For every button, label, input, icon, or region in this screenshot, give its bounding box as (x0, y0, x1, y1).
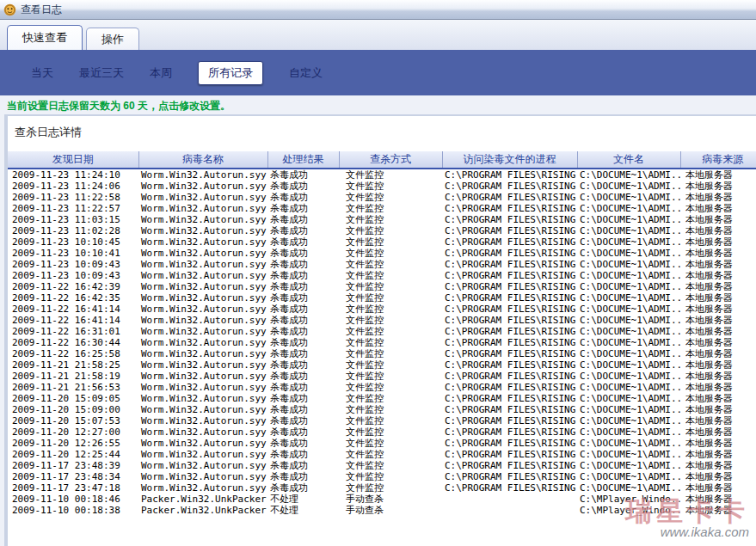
log-row[interactable]: 2009-11-22 16:31:01Worm.Win32.Autorun.sy… (8, 326, 756, 337)
column-header-filename[interactable]: 文件名 (577, 151, 680, 169)
cell-process: C:\PROGRAM FILES\RISING... (442, 449, 577, 460)
cell-process: C:\PROGRAM FILES\RISING... (442, 438, 577, 449)
tab-quick-view[interactable]: 快速查看 (7, 25, 83, 50)
cell-discovery-date: 2009-11-22 16:41:14 (8, 315, 138, 326)
cell-scan-method: 文件监控 (339, 326, 442, 337)
log-row[interactable]: 2009-11-22 16:42:39Worm.Win32.Autorun.sy… (8, 281, 756, 292)
cell-result: 杀毒成功 (267, 337, 339, 348)
cell-process: C:\PROGRAM FILES\RISING... (442, 415, 577, 426)
cell-discovery-date: 2009-11-23 11:22:57 (8, 203, 138, 214)
cell-discovery-date: 2009-11-23 10:10:45 (8, 236, 138, 248)
cell-process: C:\PROGRAM FILES\RISING... (442, 203, 577, 214)
cell-discovery-date: 2009-11-17 23:48:34 (8, 471, 138, 482)
cell-process: C:\PROGRAM FILES\RISING... (442, 482, 577, 494)
log-row[interactable]: 2009-11-23 10:10:45Worm.Win32.Autorun.sy… (8, 236, 756, 248)
cell-discovery-date: 2009-11-22 16:42:39 (8, 281, 138, 292)
cell-virus-name: Worm.Win32.Autorun.syy (138, 181, 267, 192)
cell-scan-method: 文件监控 (339, 426, 442, 438)
log-row[interactable]: 2009-11-17 23:48:39Worm.Win32.Autorun.sy… (8, 460, 756, 471)
cell-discovery-date: 2009-11-23 10:10:41 (8, 248, 138, 259)
log-row[interactable]: 2009-11-23 11:24:06Worm.Win32.Autorun.sy… (8, 181, 756, 192)
log-row[interactable]: 2009-11-20 15:09:00Worm.Win32.Autorun.sy… (8, 404, 756, 415)
cell-filename: C:\DOCUME~1\ADMI... (577, 292, 680, 304)
tab-operations[interactable]: 操作 (86, 28, 139, 50)
log-row[interactable]: 2009-11-10 00:18:38Packer.Win32.UnkPacke… (8, 505, 756, 516)
cell-virus-name: Worm.Win32.Autorun.syy (138, 203, 267, 214)
cell-result: 杀毒成功 (267, 460, 339, 471)
log-row[interactable]: 2009-11-23 11:24:10Worm.Win32.Autorun.sy… (8, 169, 756, 181)
cell-discovery-date: 2009-11-10 00:18:38 (8, 505, 138, 516)
log-row[interactable]: 2009-11-22 16:41:14Worm.Win32.Autorun.sy… (8, 304, 756, 315)
filter-last-3-days[interactable]: 最近三天 (79, 65, 124, 81)
log-row[interactable]: 2009-11-23 11:02:28Worm.Win32.Autorun.sy… (8, 225, 756, 236)
cell-virus-source: 本地服务器 (680, 270, 756, 281)
cell-virus-source: 本地服务器 (680, 236, 756, 248)
log-row[interactable]: 2009-11-22 16:42:35Worm.Win32.Autorun.sy… (8, 292, 756, 304)
column-header-scan-method[interactable]: 查杀方式 (339, 151, 442, 169)
cell-virus-name: Worm.Win32.Autorun.syy (138, 259, 267, 270)
cell-filename: C:\DOCUME~1\ADMI... (577, 236, 680, 248)
filter-all-records[interactable]: 所有记录 (198, 61, 263, 85)
log-row[interactable]: 2009-11-20 12:27:00Worm.Win32.Autorun.sy… (8, 426, 756, 438)
cell-virus-name: Worm.Win32.Autorun.syy (138, 192, 267, 203)
cell-virus-source: 本地服务器 (680, 259, 756, 270)
column-header-process[interactable]: 访问染毒文件的进程 (442, 151, 577, 169)
cell-virus-name: Worm.Win32.Autorun.syy (138, 292, 267, 304)
log-retention-status[interactable]: 当前设置日志保留天数为 60 天，点击修改设置。 (0, 95, 756, 116)
cell-scan-method: 文件监控 (339, 482, 442, 494)
cell-filename: C:\DOCUME~1\ADMI... (577, 203, 680, 214)
cell-virus-name: Worm.Win32.Autorun.syy (138, 449, 267, 460)
cell-virus-name: Worm.Win32.Autorun.syy (138, 460, 267, 471)
log-row[interactable]: 2009-11-17 23:48:34Worm.Win32.Autorun.sy… (8, 471, 756, 482)
log-row[interactable]: 2009-11-23 10:09:43Worm.Win32.Autorun.sy… (8, 259, 756, 270)
log-row[interactable]: 2009-11-23 10:10:41Worm.Win32.Autorun.sy… (8, 248, 756, 259)
cell-result: 杀毒成功 (267, 304, 339, 315)
cell-process: C:\PROGRAM FILES\RISING... (442, 281, 577, 292)
log-row[interactable]: 2009-11-22 16:25:58Worm.Win32.Autorun.sy… (8, 348, 756, 359)
cell-discovery-date: 2009-11-23 10:09:43 (8, 259, 138, 270)
log-row[interactable]: 2009-11-23 11:22:57Worm.Win32.Autorun.sy… (8, 203, 756, 214)
cell-result: 杀毒成功 (267, 382, 339, 393)
cell-scan-method: 文件监控 (339, 281, 442, 292)
cell-result: 杀毒成功 (267, 415, 339, 426)
log-row[interactable]: 2009-11-21 21:56:53Worm.Win32.Autorun.sy… (8, 382, 756, 393)
log-row[interactable]: 2009-11-10 00:18:46Packer.Win32.UnkPacke… (8, 494, 756, 505)
log-row[interactable]: 2009-11-23 11:22:58Worm.Win32.Autorun.sy… (8, 192, 756, 203)
filter-today[interactable]: 当天 (31, 65, 53, 81)
log-row[interactable]: 2009-11-21 21:58:25Worm.Win32.Autorun.sy… (8, 359, 756, 371)
cell-filename: C:\DOCUME~1\ADMI... (577, 371, 680, 382)
cell-process (442, 505, 577, 516)
cell-filename: C:\MPlayer_Windo... (577, 494, 680, 505)
log-row[interactable]: 2009-11-20 15:07:53Worm.Win32.Autorun.sy… (8, 415, 756, 426)
log-row[interactable]: 2009-11-22 16:30:44Worm.Win32.Autorun.sy… (8, 337, 756, 348)
log-row[interactable]: 2009-11-22 16:41:14Worm.Win32.Autorun.sy… (8, 315, 756, 326)
cell-process: C:\PROGRAM FILES\RISING... (442, 382, 577, 393)
cell-scan-method: 文件监控 (339, 371, 442, 382)
log-row[interactable]: 2009-11-20 12:25:44Worm.Win32.Autorun.sy… (8, 449, 756, 460)
cell-result: 杀毒成功 (267, 482, 339, 494)
cell-filename: C:\DOCUME~1\ADMI... (577, 438, 680, 449)
cell-virus-source: 本地服务器 (680, 326, 756, 337)
column-header-discovery-date[interactable]: 发现日期 (8, 151, 138, 169)
filter-custom[interactable]: 自定义 (289, 65, 323, 81)
cell-filename: C:\DOCUME~1\ADMI... (577, 225, 680, 236)
cell-virus-name: Worm.Win32.Autorun.syy (138, 169, 267, 181)
cell-scan-method: 文件监控 (339, 415, 442, 426)
column-header-virus-source[interactable]: 病毒来源 (680, 151, 756, 169)
log-row[interactable]: 2009-11-20 15:09:05Worm.Win32.Autorun.sy… (8, 393, 756, 404)
log-row[interactable]: 2009-11-21 21:58:19Worm.Win32.Autorun.sy… (8, 371, 756, 382)
cell-virus-name: Worm.Win32.Autorun.syy (138, 270, 267, 281)
column-header-virus-name[interactable]: 病毒名称 (138, 151, 267, 169)
log-row[interactable]: 2009-11-23 11:03:15Worm.Win32.Autorun.sy… (8, 214, 756, 225)
cell-virus-source: 本地服务器 (680, 460, 756, 471)
cell-virus-name: Worm.Win32.Autorun.syy (138, 359, 267, 371)
filter-this-week[interactable]: 本周 (150, 65, 172, 81)
log-row[interactable]: 2009-11-23 10:09:43Worm.Win32.Autorun.sy… (8, 270, 756, 281)
column-header-result[interactable]: 处理结果 (267, 151, 339, 169)
cell-process: C:\PROGRAM FILES\RISING... (442, 371, 577, 382)
log-row[interactable]: 2009-11-20 12:26:55Worm.Win32.Autorun.sy… (8, 438, 756, 449)
cell-process: C:\PROGRAM FILES\RISING... (442, 348, 577, 359)
cell-discovery-date: 2009-11-20 12:27:00 (8, 426, 138, 438)
log-row[interactable]: 2009-11-17 23:47:18Worm.Win32.Autorun.sy… (8, 482, 756, 494)
log-table: 发现日期病毒名称处理结果查杀方式访问染毒文件的进程文件名病毒来源 2009-11… (8, 151, 756, 516)
